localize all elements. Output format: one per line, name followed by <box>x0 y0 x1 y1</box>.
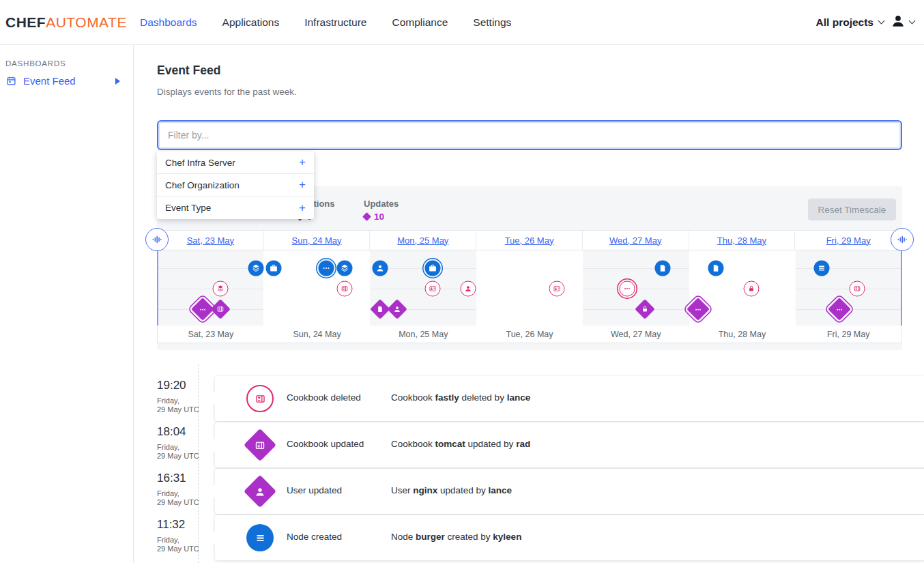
event-row-cookbook-deleted: 19:20Friday,29 May UTCCookbook deletedCo… <box>157 376 914 421</box>
filter-category-label: Chef Organization <box>165 180 299 190</box>
day-header-cell: Tue, 26 May <box>476 231 583 250</box>
creation-marker-ellipsis-icon[interactable] <box>319 261 334 276</box>
event-type-label: Cookbook deleted <box>287 392 361 403</box>
update-marker-lock-icon[interactable] <box>635 299 655 319</box>
day-footer-label: Fri, 29 May <box>795 326 901 343</box>
day-footer-label: Tue, 26 May <box>476 326 583 343</box>
creation-marker-briefcase-icon[interactable] <box>266 261 282 276</box>
nav-item-dashboards[interactable]: Dashboards <box>140 16 197 29</box>
event-time: 19:20Friday,29 May UTC <box>157 379 213 414</box>
sidebar-item-event-feed[interactable]: Event Feed <box>5 75 128 87</box>
event-type-label: Cookbook updated <box>287 439 364 449</box>
creation-marker-list-icon[interactable] <box>814 261 830 276</box>
logo-automate: AUTOMATE <box>46 14 127 30</box>
day-column-background <box>689 250 796 326</box>
day-header-cell: Fri, 29 May <box>795 231 901 250</box>
filter-category-chef-organization[interactable]: Chef Organization+ <box>157 174 314 197</box>
user-menu-button[interactable] <box>891 14 914 31</box>
day-link-sun-24-may[interactable]: Sun, 24 May <box>292 235 342 246</box>
card-notch <box>208 485 215 498</box>
event-time-date: Friday,29 May UTC <box>157 396 213 414</box>
projects-filter-label: All projects <box>816 16 874 29</box>
cookbook-deleted-icon <box>246 385 274 412</box>
main-content: Event Feed Displays events for the past … <box>134 45 924 563</box>
deletion-marker-ellipsis-icon[interactable] <box>620 281 635 297</box>
update-marker-ellipsis-icon[interactable] <box>828 298 851 321</box>
nav-item-infrastructure[interactable]: Infrastructure <box>304 16 366 29</box>
day-column-background <box>476 250 583 326</box>
deletion-marker-person-icon[interactable] <box>461 281 476 297</box>
day-link-mon-25-may[interactable]: Mon, 25 May <box>397 235 448 246</box>
nav-right: All projects <box>816 14 914 31</box>
day-link-thu-28-may[interactable]: Thu, 28 May <box>717 235 766 246</box>
day-header-cell: Sat, 23 May <box>158 231 264 250</box>
event-time-date: Friday,29 May UTC <box>157 489 213 507</box>
nav-item-settings[interactable]: Settings <box>473 16 511 29</box>
projects-filter-button[interactable]: All projects <box>816 16 884 29</box>
day-footer-label: Thu, 28 May <box>689 326 796 343</box>
deletion-marker-lock-icon[interactable] <box>744 281 760 297</box>
creation-marker-person-icon[interactable] <box>373 261 388 276</box>
deletion-marker-book-icon[interactable] <box>337 281 353 297</box>
creation-marker-doc-icon[interactable] <box>708 261 724 276</box>
filter-category-label: Event Type <box>165 203 299 213</box>
timeline: Sat, 23 MaySun, 24 MayMon, 25 MayTue, 26… <box>157 230 902 343</box>
chevron-down-icon <box>878 18 885 25</box>
cookbook-updated-icon <box>244 429 276 461</box>
creation-marker-layers-icon[interactable] <box>248 261 264 276</box>
creation-marker-doc-icon[interactable] <box>655 261 671 276</box>
timeline-header: Sat, 23 MaySun, 24 MayMon, 25 MayTue, 26… <box>157 230 902 250</box>
event-time-clock: 16:31 <box>157 472 213 485</box>
timescale-drag-handle-right[interactable] <box>891 228 914 251</box>
nav-item-compliance[interactable]: Compliance <box>392 16 448 29</box>
event-time: 11:32Friday,29 May UTC <box>157 518 213 553</box>
day-footer-label: Wed, 27 May <box>583 326 689 343</box>
update-marker-person-icon[interactable] <box>387 299 407 319</box>
day-footer-label: Sun, 24 May <box>264 326 371 343</box>
update-marker-book-icon[interactable] <box>210 299 231 319</box>
event-row-user-updated: 16:31Friday,29 May UTCUser updatedUser n… <box>157 469 914 514</box>
event-card: User updatedUser nginx updated by lance <box>215 469 924 514</box>
card-notch <box>208 392 215 405</box>
timeline-body <box>157 250 902 326</box>
deletion-marker-idcard-icon[interactable] <box>549 281 565 297</box>
sidebar-heading: DASHBOARDS <box>5 59 66 68</box>
expand-arrow-icon[interactable] <box>115 78 120 85</box>
event-card: Cookbook updatedCookbook tomcat updated … <box>215 422 924 467</box>
user-updated-icon <box>244 475 276 508</box>
day-link-sat-23-may[interactable]: Sat, 23 May <box>187 235 234 246</box>
filter-input[interactable] <box>157 120 902 150</box>
event-time-clock: 19:20 <box>157 379 213 392</box>
deletion-marker-idcard-icon[interactable] <box>425 281 441 297</box>
plus-icon: + <box>299 156 306 169</box>
filter-category-chef-infra-server[interactable]: Chef Infra Server+ <box>157 151 314 174</box>
chef-automate-logo[interactable]: CHEFAUTOMATE <box>5 14 127 31</box>
deletion-marker-layers-icon[interactable] <box>213 281 229 297</box>
timeline-footer: Sat, 23 MaySun, 24 MayMon, 25 MayTue, 26… <box>157 326 902 343</box>
day-link-wed-27-may[interactable]: Wed, 27 May <box>609 235 661 246</box>
day-footer-label: Mon, 25 May <box>370 326 476 343</box>
sidebar: DASHBOARDS Event Feed <box>0 45 134 563</box>
day-link-fri-29-may[interactable]: Fri, 29 May <box>826 235 871 246</box>
legend-updates-value: 10 <box>364 212 384 222</box>
creation-marker-layers-icon[interactable] <box>337 261 353 276</box>
top-nav: CHEFAUTOMATE DashboardsApplicationsInfra… <box>0 0 924 45</box>
deletion-marker-book-icon[interactable] <box>850 281 865 297</box>
page-subtitle: Displays events for the past week. <box>157 87 297 97</box>
nav-item-applications[interactable]: Applications <box>222 16 280 29</box>
plus-icon: + <box>299 178 306 192</box>
event-time: 18:04Friday,29 May UTC <box>157 425 213 461</box>
event-type-label: Node created <box>287 532 342 542</box>
event-type-label: User updated <box>287 485 342 495</box>
event-card: Cookbook deletedCookbook fastly deleted … <box>215 376 924 421</box>
creation-marker-briefcase-icon[interactable] <box>425 261 441 276</box>
filter-category-event-type[interactable]: Event Type+ <box>157 197 314 219</box>
day-header-cell: Wed, 27 May <box>583 231 689 250</box>
event-card: Node createdNode burger created by kylee… <box>215 515 924 560</box>
page-title: Event Feed <box>157 63 220 78</box>
day-header-cell: Mon, 25 May <box>370 231 476 250</box>
reset-timescale-button[interactable]: Reset Timescale <box>808 199 896 220</box>
day-link-tue-26-may[interactable]: Tue, 26 May <box>505 235 554 246</box>
timescale-drag-handle-left[interactable] <box>145 228 169 251</box>
diamond-icon <box>362 212 371 221</box>
